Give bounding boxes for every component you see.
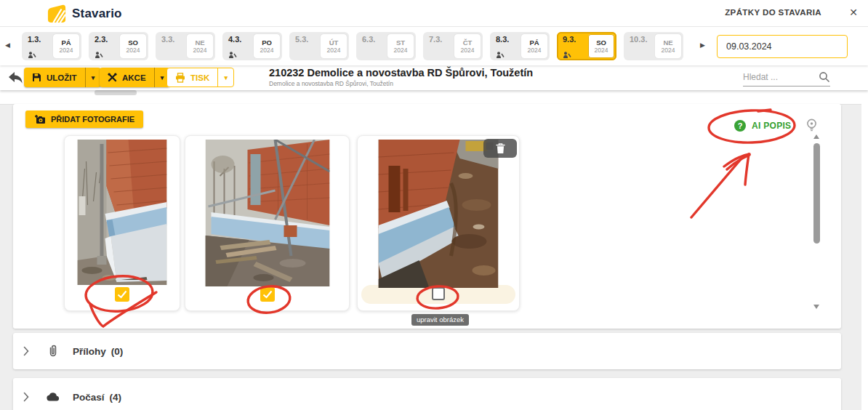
day-card[interactable]: 5.3. ÚT 2024 — [289, 32, 349, 60]
day-abbrev: ÚT — [329, 39, 339, 47]
photo-card — [185, 135, 350, 311]
photo-1[interactable] — [78, 140, 167, 285]
chevron-right-icon[interactable] — [23, 346, 29, 356]
next-day-icon[interactable]: ▶ — [700, 41, 705, 49]
app-header: Stavario ZPÁTKY DO STAVARIA ✕ — [0, 0, 868, 27]
print-button[interactable]: TISK ▾ — [166, 68, 234, 87]
project-title-block: 210232 Demolice a novostavba RD Špůrovi,… — [269, 67, 533, 87]
check-icon — [117, 290, 127, 300]
day-card[interactable]: 3.3. NE 2024 — [156, 32, 215, 60]
section-attachments[interactable]: Přílohy (0) — [13, 333, 841, 369]
day-year: 2024 — [126, 47, 140, 54]
scrollbar-thumb[interactable] — [813, 143, 820, 244]
printer-icon — [175, 73, 185, 83]
day-card[interactable]: 2.3. SO 2024 — [89, 32, 148, 60]
lightbulb-icon[interactable] — [805, 118, 818, 132]
worker-icon — [496, 52, 505, 58]
day-card[interactable]: 8.3. PÁ 2024 — [490, 32, 550, 60]
day-date: 7.3. — [429, 35, 454, 44]
back-arrow-icon[interactable] — [7, 71, 23, 84]
day-card[interactable]: 10.3. NE 2024 — [624, 32, 683, 60]
photo-2[interactable] — [205, 140, 329, 286]
day-abbrev: PÁ — [61, 39, 71, 47]
day-card[interactable]: 7.3. ČT 2024 — [423, 32, 483, 60]
date-input[interactable] — [718, 41, 843, 52]
save-button[interactable]: ULOŽIT ▾ — [24, 68, 101, 87]
print-dropdown-caret[interactable]: ▾ — [217, 68, 233, 87]
camera-plus-icon — [34, 114, 46, 124]
scroll-down-icon[interactable] — [813, 305, 819, 309]
day-abbrev: NE — [663, 39, 672, 47]
search-icon[interactable] — [819, 71, 830, 83]
worker-icon — [95, 52, 103, 58]
section-label: Přílohy — [73, 346, 106, 357]
add-photo-button[interactable]: PŘIDAT FOTOGRAFIE — [25, 110, 143, 128]
actions-button[interactable]: AKCE ▾ — [100, 68, 170, 87]
photo-checkbox[interactable] — [115, 287, 129, 302]
day-card[interactable]: 6.3. ST 2024 — [356, 32, 416, 60]
date-picker-field[interactable] — [717, 35, 848, 58]
cloud-icon — [47, 390, 60, 403]
photo-checkbox[interactable] — [260, 287, 275, 302]
day-abbrev: PO — [262, 39, 272, 47]
save-button-label: ULOŽIT — [47, 73, 77, 82]
stavario-logo-icon — [47, 4, 67, 23]
ai-caption-row: ? AI POPIS — [734, 118, 818, 132]
day-date: 3.3. — [161, 35, 187, 44]
paperclip-icon — [47, 345, 60, 358]
day-abbrev: NE — [195, 39, 204, 47]
project-title: 210232 Demolice a novostavba RD Špůrovi,… — [269, 67, 533, 79]
prev-day-icon[interactable]: ◀ — [5, 41, 10, 49]
day-year: 2024 — [461, 47, 475, 54]
day-abbrev: SO — [128, 39, 138, 47]
photo-checkbox[interactable] — [432, 287, 445, 300]
day-date: 5.3. — [295, 35, 321, 44]
day-year: 2024 — [327, 47, 341, 54]
day-date: 4.3. — [228, 35, 254, 44]
tools-icon — [108, 73, 117, 82]
section-count: (0) — [111, 346, 124, 357]
day-abbrev: PÁ — [529, 39, 539, 47]
day-date: 10.3. — [630, 35, 655, 44]
back-to-stavario-link[interactable]: ZPÁTKY DO STAVARIA — [725, 8, 821, 17]
day-abbrev: SO — [596, 39, 606, 47]
day-card[interactable]: 9.3. SO 2024 — [557, 32, 616, 60]
under-toolbar-strip — [0, 90, 868, 104]
partially-scrolled-element — [95, 90, 137, 95]
day-year: 2024 — [260, 47, 274, 54]
print-button-label: TISK — [190, 73, 209, 82]
day-abbrev: ST — [396, 39, 405, 47]
add-photo-label: PŘIDAT FOTOGRAFIE — [51, 115, 134, 124]
day-year: 2024 — [394, 47, 408, 54]
section-label: Počasí — [73, 392, 105, 403]
day-date: 1.3. — [28, 35, 53, 44]
day-card[interactable]: 4.3. PO 2024 — [222, 32, 282, 60]
day-card[interactable]: 1.3. PÁ 2024 — [22, 32, 81, 60]
section-weather[interactable]: Počasí (4) — [13, 378, 841, 410]
day-date: 2.3. — [95, 35, 120, 44]
close-icon[interactable]: ✕ — [849, 7, 858, 18]
chevron-right-icon[interactable] — [23, 392, 29, 402]
delete-photo-button[interactable] — [483, 139, 517, 158]
worker-icon — [28, 52, 36, 58]
worker-icon — [563, 52, 571, 58]
day-year: 2024 — [193, 47, 207, 54]
day-year: 2024 — [60, 47, 73, 54]
app-root: Stavario ZPÁTKY DO STAVARIA ✕ ◀ 1.3. PÁ … — [0, 0, 868, 410]
date-strip: ◀ 1.3. PÁ 2024 2.3. — [0, 27, 868, 65]
scroll-up-icon[interactable] — [813, 134, 819, 139]
date-strip-cards: 1.3. PÁ 2024 2.3. — [22, 32, 683, 60]
actions-button-label: AKCE — [122, 73, 146, 82]
day-year: 2024 — [528, 47, 542, 54]
day-year: 2024 — [595, 47, 608, 54]
photo-3[interactable] — [379, 140, 499, 288]
save-dropdown-caret[interactable]: ▾ — [85, 68, 101, 87]
ai-help-icon[interactable]: ? — [734, 120, 746, 132]
photo-card — [357, 135, 520, 311]
section-count: (4) — [110, 392, 122, 403]
floppy-icon — [32, 73, 41, 82]
toolbar: ULOŽIT ▾ AKCE ▾ TISK — [0, 65, 868, 90]
worker-icon — [228, 52, 237, 58]
search-input[interactable] — [743, 69, 813, 82]
ai-caption-label[interactable]: AI POPIS — [752, 121, 791, 131]
